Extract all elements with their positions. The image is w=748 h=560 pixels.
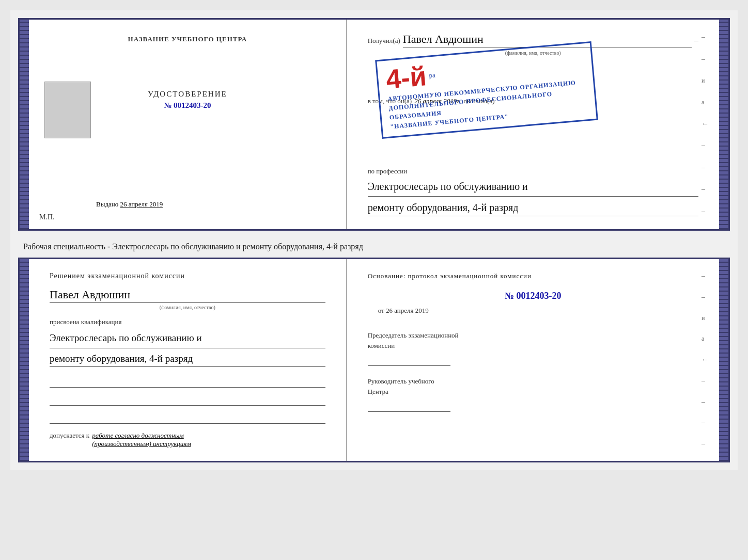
cert-spine-right bbox=[719, 20, 728, 229]
cert-training-center-title: НАЗВАНИЕ УЧЕБНОГО ЦЕНТРА bbox=[128, 35, 247, 43]
cert-right-page: 4-й ра АВТОНОМНУЮ НЕКОММЕРЧЕСКУЮ ОРГАНИЗ… bbox=[347, 20, 719, 229]
qual-director-label: Руководитель учебногоЦентра bbox=[368, 376, 698, 396]
cert-profession-label: по профессии bbox=[368, 167, 698, 175]
stamp-big-number: 4-й bbox=[385, 62, 427, 93]
qual-assigned-label: присвоена квалификация bbox=[50, 318, 325, 326]
qual-blank-line-2 bbox=[50, 393, 325, 406]
cert-dash: – bbox=[694, 36, 698, 45]
qual-left-page: Решением экзаменационной комиссии Павел … bbox=[29, 259, 347, 461]
qual-admits-row: допускается к работе согласно должностны… bbox=[50, 431, 325, 448]
page-wrapper: НАЗВАНИЕ УЧЕБНОГО ЦЕНТРА УДОСТОВЕРЕНИЕ №… bbox=[10, 10, 738, 470]
cert-doc-label: УДОСТОВЕРЕНИЕ bbox=[148, 90, 227, 99]
cert-received-label: Получил(а) bbox=[368, 37, 400, 45]
cert-recipient-row: Получил(а) Павел Авдюшин – bbox=[368, 33, 698, 47]
cert-vtom-prefix: в том, что он(а) bbox=[368, 97, 412, 105]
cert-left-page: НАЗВАНИЕ УЧЕБНОГО ЦЕНТРА УДОСТОВЕРЕНИЕ №… bbox=[29, 20, 347, 229]
cert-issued-line: Выдано 26 апреля 2019 bbox=[96, 200, 163, 209]
certificate-document: НАЗВАНИЕ УЧЕБНОГО ЦЕНТРА УДОСТОВЕРЕНИЕ №… bbox=[18, 18, 730, 231]
cert-mp: М.П. bbox=[39, 213, 55, 221]
qual-person-name: Павел Авдюшин bbox=[50, 288, 325, 303]
qual-spine-left bbox=[20, 259, 29, 461]
cert-profession-line2: ремонту оборудования, 4-й разряд bbox=[368, 199, 698, 216]
qual-spine-right bbox=[719, 259, 728, 461]
cert-issued-date: 26 апреля 2019 bbox=[120, 200, 163, 208]
cert-profession-line1: Электрослесарь по обслуживанию и bbox=[368, 178, 698, 197]
qual-director-text: Руководитель учебногоЦентра bbox=[368, 377, 434, 395]
qual-chairman-label: Председатель экзаменационнойкомиссии bbox=[368, 330, 698, 350]
cert-recipient-name: Павел Авдюшин bbox=[403, 33, 692, 47]
qual-right-side-dashes: – – и а ← – – – – bbox=[702, 259, 709, 461]
middle-specialty-text: Рабочая специальность - Электрослесарь п… bbox=[23, 241, 730, 252]
qual-protocol-date: от 26 апреля 2019 bbox=[378, 307, 698, 315]
right-side-dashes: – – и а ← – – – – bbox=[702, 20, 709, 229]
qual-blank-line-1 bbox=[50, 375, 325, 388]
qual-decision-text: Решением экзаменационной комиссии bbox=[50, 272, 325, 280]
qual-basis-text: Основание: протокол экзаменационной коми… bbox=[368, 272, 698, 280]
stamp-center-name: "НАЗВАНИЕ УЧЕБНОГО ЦЕНТРА" bbox=[389, 105, 588, 131]
cert-doc-number: № 0012403-20 bbox=[148, 101, 227, 110]
qual-profession-line1: Электрослесарь по обслуживанию и bbox=[50, 330, 325, 348]
cert-vtom-suffix: окончил(а) bbox=[464, 97, 495, 105]
qual-chairman-sign bbox=[368, 353, 450, 366]
qual-right-page: Основание: протокол экзаменационной коми… bbox=[347, 259, 719, 461]
qual-protocol-number: № 0012403-20 bbox=[368, 291, 698, 301]
cert-photo-placeholder bbox=[44, 82, 91, 138]
cert-vtom-row: в том, что он(а) 26 апреля 2019г. окончи… bbox=[368, 97, 698, 105]
stamp-pa: ра bbox=[428, 71, 435, 80]
cert-spine-left bbox=[20, 20, 29, 229]
qual-admits-label: допускается к bbox=[50, 431, 89, 440]
qual-chairman-text: Председатель экзаменационнойкомиссии bbox=[368, 331, 459, 349]
qual-fio-subtitle: (фамилия, имя, отчество) bbox=[50, 305, 325, 310]
cert-fio-subtitle: (фамилия, имя, отчество) bbox=[368, 50, 698, 56]
qual-blank-line-3 bbox=[50, 411, 325, 424]
qual-director-sign bbox=[368, 399, 450, 412]
qual-admits-text: работе согласно должностным(производстве… bbox=[92, 431, 191, 448]
qualification-document: Решением экзаменационной комиссии Павел … bbox=[18, 258, 730, 462]
cert-issued-label: Выдано bbox=[96, 200, 118, 208]
cert-vtom-date: 26 апреля 2019г. bbox=[414, 97, 461, 105]
stamp-overlay: 4-й ра АВТОНОМНУЮ НЕКОММЕРЧЕСКУЮ ОРГАНИЗ… bbox=[375, 41, 598, 139]
qual-profession-line2: ремонту оборудования, 4-й разряд bbox=[50, 351, 325, 367]
